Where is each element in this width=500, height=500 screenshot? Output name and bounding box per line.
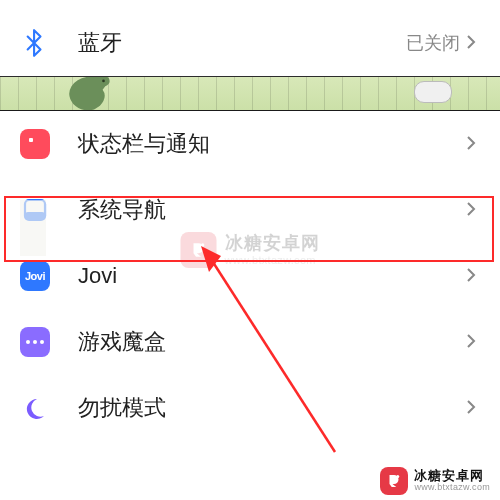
dinosaur-icon xyxy=(60,76,115,111)
svg-rect-1 xyxy=(29,138,33,142)
statusbar-icon xyxy=(20,129,50,159)
svg-point-7 xyxy=(397,475,400,478)
jovi-icon: Jovi xyxy=(20,261,50,291)
watermark-logo-icon xyxy=(380,467,408,495)
watermark-footer: 冰糖安卓网 www.btxtazw.com xyxy=(370,462,500,500)
bluetooth-value: 已关闭 xyxy=(406,31,460,55)
watermark-url: www.btxtazw.com xyxy=(414,483,490,493)
system-navigation-label: 系统导航 xyxy=(78,195,466,225)
settings-screen: 蓝牙 已关闭 状态栏与通知 系统导航 xyxy=(0,0,500,500)
row-jovi[interactable]: Jovi Jovi xyxy=(0,243,500,309)
row-system-navigation[interactable]: 系统导航 xyxy=(0,177,500,243)
settings-list: 蓝牙 已关闭 状态栏与通知 系统导航 xyxy=(0,0,500,441)
clip-artifact xyxy=(20,200,46,256)
status-bar-label: 状态栏与通知 xyxy=(78,129,466,159)
chevron-right-icon xyxy=(466,395,476,421)
game-box-label: 游戏魔盒 xyxy=(78,327,466,357)
row-bluetooth[interactable]: 蓝牙 已关闭 xyxy=(0,10,500,76)
decorative-banner xyxy=(0,76,500,111)
bluetooth-label: 蓝牙 xyxy=(78,28,406,58)
chevron-right-icon xyxy=(466,197,476,223)
row-dnd[interactable]: 勿扰模式 xyxy=(0,375,500,441)
cloud-icon xyxy=(414,81,452,103)
dnd-label: 勿扰模式 xyxy=(78,393,466,423)
jovi-label: Jovi xyxy=(78,263,466,289)
watermark-name: 冰糖安卓网 xyxy=(414,469,490,483)
chevron-right-icon xyxy=(466,329,476,355)
moon-icon xyxy=(20,393,50,423)
bluetooth-icon xyxy=(20,28,50,58)
row-status-bar[interactable]: 状态栏与通知 xyxy=(0,111,500,177)
row-game-box[interactable]: 游戏魔盒 xyxy=(0,309,500,375)
chevron-right-icon xyxy=(466,263,476,289)
svg-point-0 xyxy=(102,80,105,83)
chevron-right-icon xyxy=(466,131,476,157)
chevron-right-icon xyxy=(466,30,476,56)
gamebox-icon xyxy=(20,327,50,357)
